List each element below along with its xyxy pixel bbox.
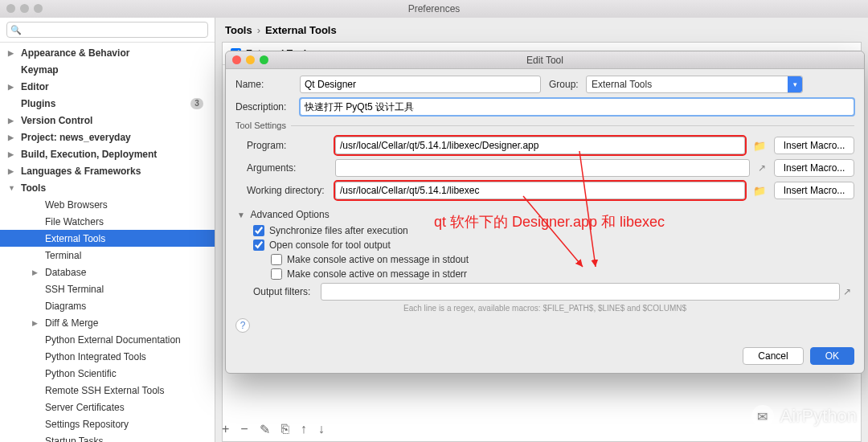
- insert-macro-arguments[interactable]: Insert Macro...: [774, 159, 854, 177]
- breadcrumb: Tools › External Tools: [215, 18, 868, 42]
- folder-icon[interactable]: 📁: [750, 140, 769, 152]
- expand-icon[interactable]: ↗: [755, 162, 769, 174]
- arguments-field[interactable]: [335, 159, 750, 177]
- expand-icon[interactable]: ↗: [840, 286, 854, 297]
- workdir-field[interactable]: [335, 182, 745, 199]
- sidebar-item-appearance-behavior[interactable]: ▶Appearance & Behavior: [0, 44, 215, 61]
- help-button[interactable]: ?: [235, 318, 250, 333]
- output-hint: Each line is a regex, available macros: …: [235, 304, 854, 313]
- edit-tool-dialog: Edit Tool Name: Group: External Tools ▾ …: [225, 51, 865, 374]
- sidebar-item-web-browsers[interactable]: Web Browsers: [0, 196, 215, 213]
- sidebar-item-server-certificates[interactable]: Server Certificates: [0, 399, 215, 415]
- ok-button[interactable]: OK: [810, 347, 854, 365]
- chevron-icon: ▶: [8, 133, 16, 141]
- sidebar-item-build-execution-deployment[interactable]: ▶Build, Execution, Deployment: [0, 145, 215, 162]
- insert-macro-program[interactable]: Insert Macro...: [774, 137, 854, 154]
- add-button[interactable]: +: [222, 422, 229, 437]
- search-input[interactable]: [6, 22, 208, 38]
- sidebar-item-languages-frameworks[interactable]: ▶Languages & Frameworks: [0, 162, 215, 179]
- tool-settings-legend: Tool Settings: [235, 121, 291, 130]
- sidebar-item-editor[interactable]: ▶Editor: [0, 78, 215, 95]
- remove-button[interactable]: −: [240, 422, 248, 437]
- chevron-icon: ▶: [32, 319, 40, 327]
- sidebar-item-external-tools[interactable]: External Tools: [0, 230, 215, 247]
- output-filters-label: Output filters:: [253, 286, 321, 297]
- stderr-checkbox[interactable]: [271, 268, 282, 280]
- sidebar-item-tools[interactable]: ▼Tools: [0, 179, 215, 196]
- cancel-button[interactable]: Cancel: [743, 347, 803, 365]
- edit-button[interactable]: ✎: [260, 422, 270, 437]
- sidebar-item-diff-merge[interactable]: ▶Diff & Merge: [0, 314, 215, 331]
- insert-macro-workdir[interactable]: Insert Macro...: [774, 182, 854, 199]
- sidebar-item-file-watchers[interactable]: File Watchers: [0, 213, 215, 230]
- sync-files-checkbox[interactable]: [253, 225, 264, 236]
- chevron-right-icon: ›: [257, 24, 260, 36]
- sidebar-item-plugins[interactable]: Plugins3: [0, 95, 215, 112]
- settings-tree[interactable]: ▶Appearance & BehaviorKeymap▶EditorPlugi…: [0, 43, 215, 442]
- minimize-icon[interactable]: [246, 55, 255, 64]
- sidebar-item-keymap[interactable]: Keymap: [0, 61, 215, 78]
- chevron-icon: ▼: [8, 184, 16, 192]
- traffic-lights-dialog[interactable]: [232, 55, 268, 64]
- sidebar-item-settings-repository[interactable]: Settings Repository: [0, 415, 215, 432]
- advanced-options-toggle[interactable]: ▼ Advanced Options: [235, 209, 854, 220]
- group-select[interactable]: External Tools ▾: [586, 76, 803, 93]
- dialog-titlebar: Edit Tool: [226, 51, 864, 69]
- sidebar-item-python-integrated-tools[interactable]: Python Integrated Tools: [0, 348, 215, 365]
- chevron-icon: ▶: [32, 268, 40, 276]
- sidebar-item-ssh-terminal[interactable]: SSH Terminal: [0, 280, 215, 297]
- program-label: Program:: [247, 140, 335, 151]
- sidebar-item-startup-tasks[interactable]: Startup Tasks: [0, 432, 215, 442]
- chevron-icon: ▶: [8, 117, 16, 125]
- group-label: Group:: [549, 79, 586, 90]
- traffic-lights-prefs: [6, 4, 43, 13]
- description-label: Description:: [235, 101, 300, 113]
- close-icon[interactable]: [232, 55, 241, 64]
- arguments-label: Arguments:: [247, 162, 335, 174]
- sidebar-item-remote-ssh-external-tools[interactable]: Remote SSH External Tools: [0, 382, 215, 399]
- preferences-titlebar: Preferences: [0, 0, 868, 18]
- chevron-icon: ▶: [8, 150, 16, 158]
- description-field[interactable]: [300, 98, 854, 116]
- name-field[interactable]: [300, 76, 541, 93]
- copy-button[interactable]: ⎘: [281, 422, 289, 437]
- workdir-label: Working directory:: [247, 185, 335, 196]
- stdout-checkbox[interactable]: [271, 254, 282, 265]
- chevron-down-icon: ▼: [237, 211, 245, 219]
- preferences-sidebar: 🔍 ▶Appearance & BehaviorKeymap▶EditorPlu…: [0, 18, 215, 442]
- sidebar-item-version-control[interactable]: ▶Version Control: [0, 112, 215, 129]
- zoom-icon[interactable]: [260, 55, 268, 64]
- sidebar-item-python-scientific[interactable]: Python Scientific: [0, 365, 215, 382]
- program-field[interactable]: [335, 137, 745, 154]
- chevron-icon: ▶: [8, 49, 16, 57]
- sidebar-item-database[interactable]: ▶Database: [0, 264, 215, 280]
- chevron-down-icon: ▾: [788, 76, 802, 92]
- sidebar-item-diagrams[interactable]: Diagrams: [0, 297, 215, 314]
- sidebar-item-terminal[interactable]: Terminal: [0, 247, 215, 264]
- name-label: Name:: [235, 79, 300, 90]
- chevron-icon: ▶: [8, 83, 16, 91]
- move-down-button[interactable]: ↓: [318, 422, 325, 437]
- move-up-button[interactable]: ↑: [301, 422, 307, 437]
- output-filters-field[interactable]: [321, 283, 840, 301]
- sidebar-item-project-news-everyday[interactable]: ▶Project: news_everyday: [0, 129, 215, 145]
- open-console-checkbox[interactable]: [253, 239, 264, 251]
- window-title: Preferences: [408, 3, 461, 14]
- sidebar-item-python-external-documentation[interactable]: Python External Documentation: [0, 331, 215, 348]
- list-toolbar: + − ✎ ⎘ ↑ ↓: [222, 422, 325, 437]
- folder-icon[interactable]: 📁: [750, 185, 769, 197]
- chevron-icon: ▶: [8, 167, 16, 175]
- badge: 3: [190, 98, 203, 109]
